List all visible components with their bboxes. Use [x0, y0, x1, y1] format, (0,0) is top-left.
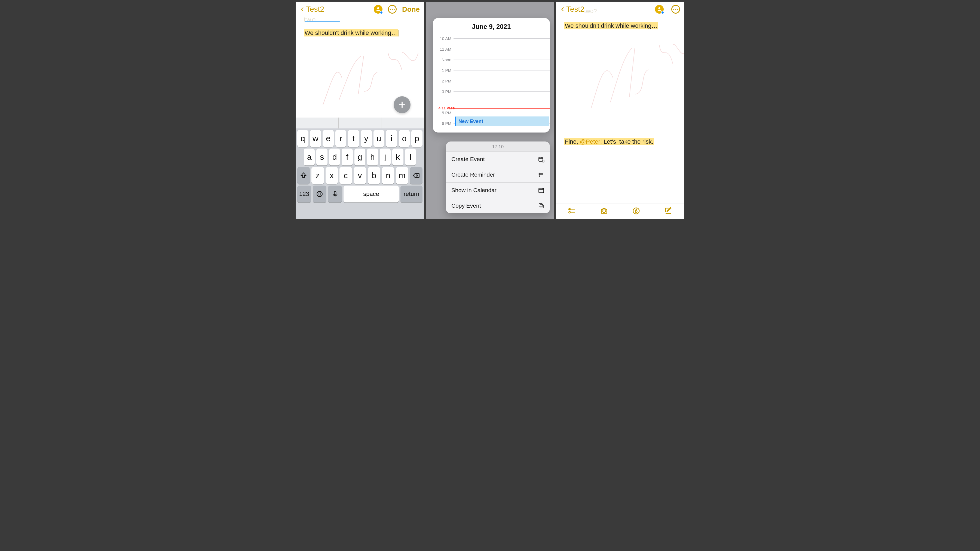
more-button[interactable] [671, 5, 680, 14]
return-key[interactable]: return [401, 186, 423, 202]
plus-icon [398, 101, 406, 109]
time-slot: Noon [433, 54, 550, 65]
menu-show-calendar[interactable]: Show in Calendar [446, 182, 550, 198]
current-time-indicator: 4:11 PM [433, 106, 550, 110]
notes-header: Test2 Done [296, 2, 424, 16]
markup-button[interactable] [632, 207, 640, 216]
key-r[interactable]: r [336, 130, 347, 147]
key-h[interactable]: h [367, 149, 378, 165]
key-w[interactable]: w [310, 130, 321, 147]
calendar-add-icon [538, 156, 544, 162]
menu-timestamp: 17:10 [446, 141, 550, 151]
svg-rect-8 [540, 205, 543, 208]
key-t[interactable]: t [348, 130, 359, 147]
calendar-icon [538, 187, 544, 194]
key-c[interactable]: c [339, 167, 352, 184]
key-i[interactable]: i [386, 130, 397, 147]
ghost-background-text: two? [584, 8, 597, 15]
back-label: Test2 [566, 5, 584, 14]
calendar-popup-panel: June 9, 2021 10 AM 11 AM Noon 1 PM 2 PM … [426, 2, 554, 219]
key-p[interactable]: p [411, 130, 423, 147]
keyboard-row-4: 123 space return [296, 184, 424, 202]
text-cursor [399, 30, 399, 37]
numbers-key[interactable]: 123 [297, 186, 311, 202]
note-line-1[interactable]: We shouldn't drink while working… [564, 22, 658, 29]
selection-underline [305, 21, 340, 22]
menu-create-reminder[interactable]: Create Reminder [446, 167, 550, 182]
key-a[interactable]: a [304, 149, 315, 165]
highlighted-text: We shouldn't drink while working… [304, 29, 398, 37]
checklist-icon [568, 207, 576, 215]
key-v[interactable]: v [354, 167, 366, 184]
calendar-date-title: June 9, 2021 [433, 23, 550, 33]
notes-toolbar [556, 203, 684, 219]
keyboard-suggestions-bar[interactable] [296, 118, 424, 129]
backspace-key[interactable] [410, 167, 423, 184]
notes-viewing-panel: Test2 two? We shouldn't drink while work… [556, 2, 684, 219]
time-slot: 11 AM [433, 44, 550, 54]
notes-editing-panel: Test2 Done two We shouldn't drink while … [296, 2, 424, 219]
camera-icon [600, 207, 608, 215]
key-q[interactable]: q [297, 130, 309, 147]
key-l[interactable]: l [405, 149, 416, 165]
back-button[interactable]: Test2 [560, 5, 584, 14]
note-line-2[interactable]: Fine, @Peter! Let's take the risk. [564, 138, 654, 145]
svg-rect-1 [334, 191, 336, 195]
svg-point-11 [569, 211, 570, 213]
highlighted-text: take the risk. [619, 138, 654, 145]
checklist-button[interactable] [568, 207, 576, 216]
presence-dot-icon [380, 11, 383, 14]
time-slot: 10 AM [433, 33, 550, 44]
dictation-key[interactable] [328, 186, 342, 202]
more-button[interactable] [388, 5, 397, 14]
globe-key[interactable] [313, 186, 327, 202]
collaborator-avatar[interactable] [655, 5, 664, 14]
menu-create-event[interactable]: Create Event [446, 151, 550, 167]
key-g[interactable]: g [355, 149, 365, 165]
key-x[interactable]: x [326, 167, 338, 184]
compose-button[interactable] [664, 207, 672, 216]
space-key[interactable]: space [344, 186, 399, 202]
time-slot: 3 PM [433, 86, 550, 97]
key-o[interactable]: o [399, 130, 410, 147]
mention-link[interactable]: @Peter [580, 138, 600, 145]
copy-icon [538, 202, 544, 209]
key-f[interactable]: f [342, 149, 353, 165]
camera-button[interactable] [600, 207, 608, 216]
key-m[interactable]: m [396, 167, 408, 184]
back-button[interactable]: Test2 [300, 5, 324, 14]
add-fab-button[interactable] [394, 96, 410, 113]
presence-dot-icon [661, 11, 664, 14]
keyboard-row-3: z x c v b n m [296, 165, 424, 184]
chevron-left-icon [560, 7, 565, 12]
current-time-label: 4:11 PM [433, 106, 453, 110]
key-u[interactable]: u [374, 130, 385, 147]
svg-point-6 [539, 176, 540, 176]
key-y[interactable]: y [361, 130, 372, 147]
key-n[interactable]: n [382, 167, 395, 184]
menu-copy-event[interactable]: Copy Event [446, 198, 550, 213]
svg-rect-9 [539, 203, 542, 207]
microphone-icon [332, 191, 339, 197]
svg-point-12 [603, 210, 605, 213]
note-body[interactable]: We shouldn't drink while working… [304, 29, 399, 37]
key-j[interactable]: j [380, 149, 391, 165]
compose-icon [664, 207, 672, 215]
svg-rect-7 [539, 188, 544, 193]
calendar-event-block[interactable]: New Event [455, 116, 549, 126]
shift-key[interactable] [297, 167, 310, 184]
shift-icon [300, 172, 307, 179]
context-menu: 17:10 Create Event Create Reminder Show … [446, 141, 550, 213]
key-d[interactable]: d [329, 149, 340, 165]
onscreen-keyboard: q w e r t y u i o p a s d f g h j k l [296, 118, 424, 219]
done-button[interactable]: Done [402, 5, 420, 14]
key-e[interactable]: e [323, 130, 334, 147]
key-k[interactable]: k [392, 149, 403, 165]
globe-icon [316, 191, 323, 197]
keyboard-row-1: q w e r t y u i o p [296, 129, 424, 147]
key-b[interactable]: b [368, 167, 380, 184]
key-z[interactable]: z [312, 167, 324, 184]
backspace-icon [413, 172, 420, 179]
collaborator-avatar[interactable] [374, 5, 382, 14]
key-s[interactable]: s [316, 149, 327, 165]
